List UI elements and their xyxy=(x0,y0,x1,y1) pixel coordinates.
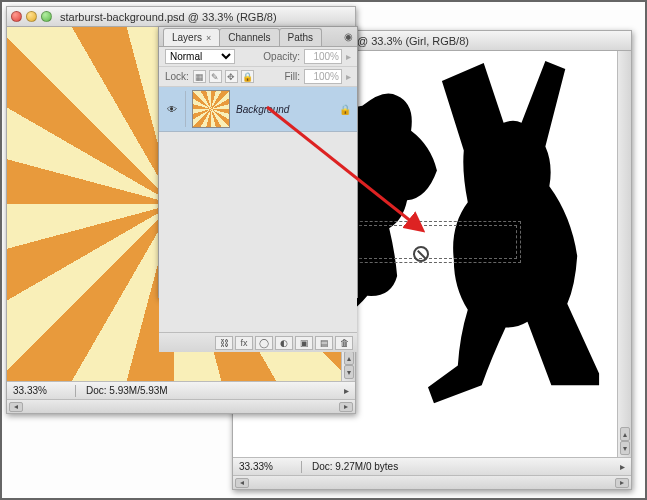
zoom-readout[interactable]: 33.33% xyxy=(13,385,65,396)
opacity-label: Opacity: xyxy=(263,51,300,62)
layer-name[interactable]: Background xyxy=(236,104,289,115)
doc-info: Doc: 9.27M/0 bytes xyxy=(312,461,398,472)
lock-icons: ▦ ✎ ✥ 🔒 xyxy=(193,70,254,83)
layer-thumbnail[interactable] xyxy=(192,90,230,128)
new-layer-icon[interactable]: ▤ xyxy=(315,336,333,350)
lock-position-icon[interactable]: ✥ xyxy=(225,70,238,83)
doc-info: Doc: 5.93M/5.93M xyxy=(86,385,168,396)
scroll-left-icon[interactable]: ◂ xyxy=(235,478,249,488)
group-icon[interactable]: ▣ xyxy=(295,336,313,350)
scroll-up-icon[interactable]: ▴ xyxy=(620,427,630,441)
layer-list-empty xyxy=(159,132,357,332)
window-title: starburst-background.psd @ 33.3% (RGB/8) xyxy=(60,11,277,23)
minimize-icon[interactable] xyxy=(26,11,37,22)
trash-icon[interactable]: 🗑 xyxy=(335,336,353,350)
scrollbar-vertical[interactable]: ▴ ▾ xyxy=(617,51,631,457)
panel-tabs: Layers× Channels Paths ◉ xyxy=(159,27,357,47)
tab-paths[interactable]: Paths xyxy=(279,28,323,46)
lock-icon[interactable]: 🔒 xyxy=(339,104,351,115)
flyout-icon[interactable]: ▸ xyxy=(344,385,349,396)
layers-panel[interactable]: Layers× Channels Paths ◉ Normal Opacity:… xyxy=(158,26,358,298)
close-icon[interactable]: × xyxy=(206,33,211,43)
tab-label: Layers xyxy=(172,32,202,43)
blend-opacity-row: Normal Opacity: ▸ xyxy=(159,47,357,67)
flyout-icon[interactable]: ▸ xyxy=(346,51,351,62)
divider xyxy=(75,385,76,397)
lock-label: Lock: xyxy=(165,71,189,82)
zoom-readout[interactable]: 33.33% xyxy=(239,461,291,472)
traffic-lights xyxy=(11,11,52,22)
scroll-up-icon[interactable]: ▴ xyxy=(344,351,354,365)
opacity-field[interactable] xyxy=(304,49,342,64)
visibility-icon[interactable]: 👁 xyxy=(165,104,179,115)
link-layers-icon[interactable]: ⛓ xyxy=(215,336,233,350)
scroll-down-icon[interactable]: ▾ xyxy=(344,365,354,379)
cursor-not-allowed-icon xyxy=(413,246,429,262)
tab-label: Channels xyxy=(228,32,270,43)
layer-list: 👁 Background 🔒 xyxy=(159,87,357,332)
blend-mode-select[interactable]: Normal xyxy=(165,49,235,64)
panel-footer: ⛓ fx ◯ ◐ ▣ ▤ 🗑 xyxy=(159,332,357,352)
adjustment-layer-icon[interactable]: ◐ xyxy=(275,336,293,350)
scroll-right-icon[interactable]: ▸ xyxy=(615,478,629,488)
tab-channels[interactable]: Channels xyxy=(219,28,279,46)
tab-label: Paths xyxy=(288,32,314,43)
scrollbar-horizontal[interactable]: ◂ ▸ xyxy=(233,475,631,489)
lock-transparency-icon[interactable]: ▦ xyxy=(193,70,206,83)
divider xyxy=(185,91,186,127)
lock-all-icon[interactable]: 🔒 xyxy=(241,70,254,83)
zoom-icon[interactable] xyxy=(41,11,52,22)
titlebar-starburst[interactable]: starburst-background.psd @ 33.3% (RGB/8) xyxy=(7,7,355,27)
scroll-left-icon[interactable]: ◂ xyxy=(9,402,23,412)
statusbar-starburst: 33.33% Doc: 5.93M/5.93M ▸ xyxy=(7,381,355,399)
fill-label: Fill: xyxy=(284,71,300,82)
scroll-right-icon[interactable]: ▸ xyxy=(339,402,353,412)
lock-fill-row: Lock: ▦ ✎ ✥ 🔒 Fill: ▸ xyxy=(159,67,357,87)
tab-layers[interactable]: Layers× xyxy=(163,28,220,46)
scroll-down-icon[interactable]: ▾ xyxy=(620,441,630,455)
flyout-icon[interactable]: ▸ xyxy=(346,71,351,82)
fill-field[interactable] xyxy=(304,69,342,84)
flyout-icon[interactable]: ▸ xyxy=(620,461,625,472)
divider xyxy=(301,461,302,473)
drag-marquee-inner xyxy=(349,225,517,259)
layer-row-background[interactable]: 👁 Background 🔒 xyxy=(159,87,357,132)
layer-mask-icon[interactable]: ◯ xyxy=(255,336,273,350)
scrollbar-horizontal[interactable]: ◂ ▸ xyxy=(7,399,355,413)
statusbar-silhouettes: 33.33% Doc: 9.27M/0 bytes ▸ xyxy=(233,457,631,475)
panel-menu-icon[interactable]: ◉ xyxy=(344,31,353,42)
close-icon[interactable] xyxy=(11,11,22,22)
layer-fx-icon[interactable]: fx xyxy=(235,336,253,350)
lock-pixels-icon[interactable]: ✎ xyxy=(209,70,222,83)
